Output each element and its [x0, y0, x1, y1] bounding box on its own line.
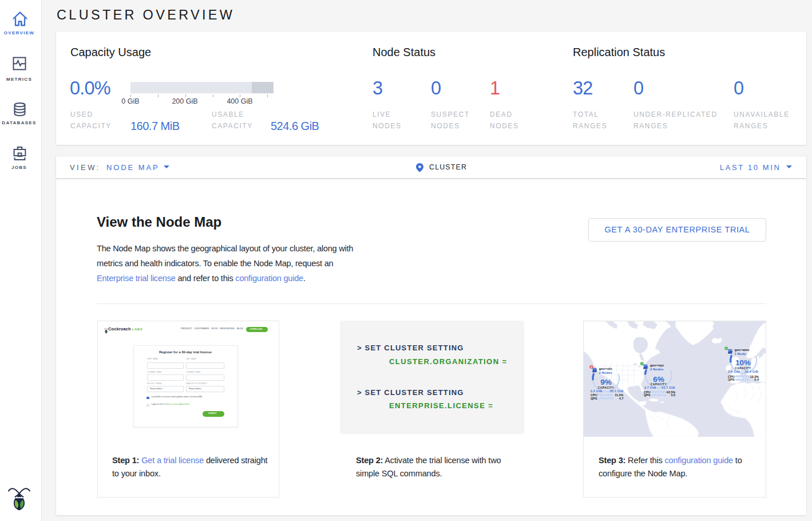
svg-text:34.4 GiB: 34.4 GiB: [744, 370, 759, 373]
svg-text:2 Nodes: 2 Nodes: [599, 371, 613, 374]
svg-text:geo=sfo: geo=sfo: [599, 367, 613, 370]
svg-text:QPS: QPS: [591, 397, 597, 400]
svg-text:35.1 GiB: 35.1 GiB: [609, 389, 624, 393]
svg-text:0.4: 0.4: [754, 378, 759, 381]
svg-text:3.6 GiB: 3.6 GiB: [728, 370, 740, 373]
svg-text:43.7 GiB: 43.7 GiB: [662, 386, 676, 389]
svg-text:geo=ams: geo=ams: [735, 348, 750, 352]
svg-text:CAPACITY: CAPACITY: [598, 386, 615, 389]
svg-text:QPS: QPS: [644, 393, 651, 397]
svg-text:3.7 GiB: 3.7 GiB: [644, 386, 656, 389]
svg-text:2 Nodes: 2 Nodes: [650, 368, 664, 371]
svg-text:1 Node: 1 Node: [735, 352, 747, 356]
svg-text:4.7: 4.7: [619, 397, 624, 400]
svg-text:geo=nyc: geo=nyc: [650, 364, 664, 367]
svg-text:3.2 GiB: 3.2 GiB: [591, 389, 603, 393]
svg-text:0.0: 0.0: [671, 393, 676, 397]
svg-text:QPS: QPS: [728, 378, 735, 381]
svg-text:9%: 9%: [600, 378, 612, 386]
